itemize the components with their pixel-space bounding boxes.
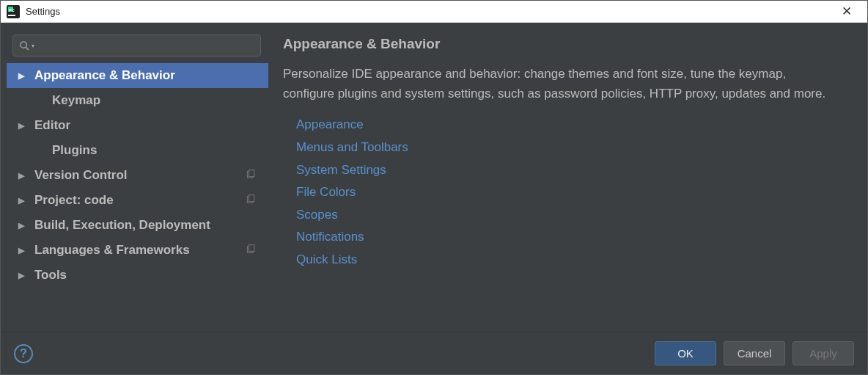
link-menus-and-toolbars[interactable]: Menus and Toolbars bbox=[283, 136, 853, 159]
tree-item-tools[interactable]: ▶Tools bbox=[7, 263, 268, 288]
search-input[interactable]: ▾ bbox=[12, 34, 261, 57]
tree-item-plugins[interactable]: Plugins bbox=[7, 138, 268, 163]
expand-arrow-icon: ▶ bbox=[18, 171, 32, 181]
dialog-footer: ? OK Cancel Apply bbox=[1, 332, 867, 374]
tree-item-label: Version Control bbox=[34, 168, 128, 183]
tree-item-label: Editor bbox=[34, 118, 70, 133]
tree-item-label: Languages & Frameworks bbox=[34, 243, 190, 258]
settings-tree: ▶Appearance & BehaviorKeymap▶EditorPlugi… bbox=[7, 63, 268, 332]
tree-item-version-control[interactable]: ▶Version Control bbox=[7, 163, 268, 188]
main-panel: Appearance & Behavior Personalize IDE ap… bbox=[268, 23, 867, 332]
help-button[interactable]: ? bbox=[14, 344, 33, 363]
tree-item-editor[interactable]: ▶Editor bbox=[7, 113, 268, 138]
svg-rect-7 bbox=[249, 170, 254, 177]
tree-item-build-execution-deployment[interactable]: ▶Build, Execution, Deployment bbox=[7, 213, 268, 238]
expand-arrow-icon: ▶ bbox=[18, 221, 32, 230]
svg-text:PC: PC bbox=[9, 7, 15, 12]
tree-item-appearance-behavior[interactable]: ▶Appearance & Behavior bbox=[7, 63, 268, 88]
cancel-button[interactable]: Cancel bbox=[724, 341, 785, 365]
sidebar: ▾ ▶Appearance & BehaviorKeymap▶EditorPlu… bbox=[1, 23, 268, 332]
close-button[interactable]: ✕ bbox=[832, 4, 861, 19]
svg-rect-9 bbox=[249, 195, 254, 202]
project-scope-icon bbox=[246, 243, 255, 258]
link-quick-lists[interactable]: Quick Lists bbox=[283, 249, 853, 272]
svg-point-4 bbox=[21, 41, 26, 47]
app-icon: PC bbox=[7, 5, 20, 18]
link-appearance[interactable]: Appearance bbox=[283, 114, 853, 136]
tree-item-project-code[interactable]: ▶Project: code bbox=[7, 188, 268, 213]
tree-item-label: Tools bbox=[34, 268, 67, 283]
link-notifications[interactable]: Notifications bbox=[283, 226, 853, 249]
dialog-body: ▾ ▶Appearance & BehaviorKeymap▶EditorPlu… bbox=[1, 23, 867, 374]
tree-item-label: Appearance & Behavior bbox=[34, 68, 175, 83]
dialog-content: ▾ ▶Appearance & BehaviorKeymap▶EditorPlu… bbox=[1, 23, 867, 332]
link-scopes[interactable]: Scopes bbox=[283, 204, 853, 227]
tree-item-label: Project: code bbox=[34, 193, 114, 208]
panel-description: Personalize IDE appearance and behavior:… bbox=[283, 64, 840, 103]
search-history-caret-icon[interactable]: ▾ bbox=[32, 43, 34, 49]
expand-arrow-icon: ▶ bbox=[18, 271, 32, 280]
settings-window: PC Settings ✕ ▾ ▶Appearance & BehaviorKe… bbox=[0, 0, 868, 375]
svg-rect-11 bbox=[249, 245, 254, 252]
panel-heading: Appearance & Behavior bbox=[283, 36, 853, 52]
tree-item-label: Build, Execution, Deployment bbox=[34, 218, 210, 233]
tree-item-label: Keymap bbox=[52, 93, 100, 108]
ok-button[interactable]: OK bbox=[655, 341, 716, 365]
expand-arrow-icon: ▶ bbox=[18, 121, 32, 131]
project-scope-icon bbox=[246, 193, 255, 208]
apply-button[interactable]: Apply bbox=[792, 341, 854, 365]
project-scope-icon bbox=[246, 168, 255, 183]
window-title: Settings bbox=[26, 6, 832, 17]
expand-arrow-icon: ▶ bbox=[18, 196, 32, 205]
panel-links: AppearanceMenus and ToolbarsSystem Setti… bbox=[283, 114, 853, 271]
titlebar: PC Settings ✕ bbox=[1, 1, 867, 23]
link-file-colors[interactable]: File Colors bbox=[283, 181, 853, 204]
svg-rect-2 bbox=[8, 15, 15, 16]
tree-item-label: Plugins bbox=[52, 143, 97, 158]
expand-arrow-icon: ▶ bbox=[18, 71, 32, 81]
tree-item-keymap[interactable]: Keymap bbox=[7, 88, 268, 113]
expand-arrow-icon: ▶ bbox=[18, 246, 32, 255]
search-icon bbox=[19, 40, 30, 51]
link-system-settings[interactable]: System Settings bbox=[283, 159, 853, 182]
svg-line-5 bbox=[26, 47, 29, 50]
tree-item-languages-frameworks[interactable]: ▶Languages & Frameworks bbox=[7, 238, 268, 263]
